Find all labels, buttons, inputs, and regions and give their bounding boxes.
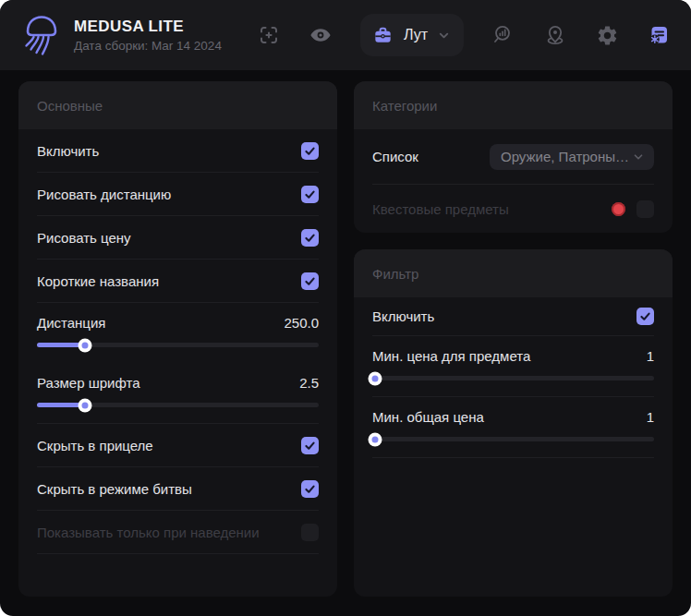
header-bar: MEDUSA LITE Дата сборки: Mar 14 2024 bbox=[0, 0, 691, 70]
short-names-checkbox[interactable] bbox=[301, 272, 319, 290]
quest-items-row: Квестовые предметы bbox=[372, 185, 654, 233]
right-column: Категории Список Оружие, Патроны, ... Кв… bbox=[354, 81, 673, 597]
app-window: MEDUSA LITE Дата сборки: Mar 14 2024 bbox=[0, 0, 691, 616]
draw-price-checkbox[interactable] bbox=[301, 229, 319, 247]
quests-list-icon[interactable] bbox=[647, 23, 671, 47]
loot-dropdown-value: Лут bbox=[404, 27, 428, 43]
setting-label: Включить bbox=[37, 143, 99, 159]
panel-filter-title: Фильтр bbox=[354, 249, 673, 297]
category-list-row: Список Оружие, Патроны, ... bbox=[372, 129, 654, 185]
slider-label: Мин. цена для предмета bbox=[372, 348, 530, 364]
left-column: Основные Включить Рисовать дистанцию bbox=[18, 81, 337, 597]
category-list-select-value: Оружие, Патроны, ... bbox=[501, 149, 632, 164]
header-actions: Лут bbox=[257, 14, 671, 56]
hide-in-scope-checkbox[interactable] bbox=[301, 437, 319, 454]
slider-label: Мин. общая цена bbox=[372, 409, 484, 425]
jellyfish-logo bbox=[20, 12, 63, 58]
slider-label: Дистанция bbox=[37, 315, 105, 331]
location-pin-icon[interactable] bbox=[543, 23, 567, 47]
content-area: Основные Включить Рисовать дистанцию bbox=[0, 70, 691, 616]
chevron-down-icon bbox=[632, 151, 645, 163]
font-size-slider[interactable] bbox=[37, 403, 319, 407]
setting-label: Рисовать дистанцию bbox=[37, 187, 171, 202]
quest-items-checkbox[interactable] bbox=[636, 200, 654, 218]
panel-filter-body: Включить Мин. цена для предмета 1 bbox=[354, 297, 673, 458]
setting-label: Короткие названия bbox=[37, 273, 159, 289]
build-date-subtitle: Дата сборки: Mar 14 2024 bbox=[74, 39, 222, 53]
show-on-hover-checkbox[interactable] bbox=[301, 524, 319, 541]
category-list-select[interactable]: Оружие, Патроны, ... bbox=[490, 144, 654, 170]
slider-value: 250.0 bbox=[284, 315, 319, 331]
min-item-price-slider[interactable] bbox=[372, 376, 654, 380]
setting-row-show-on-hover: Показывать только при наведении bbox=[37, 511, 319, 554]
min-total-price-slider-group: Мин. общая цена 1 bbox=[372, 397, 654, 458]
setting-label: Показывать только при наведении bbox=[37, 525, 260, 540]
scan-icon[interactable] bbox=[257, 23, 281, 47]
distance-slider-group: Дистанция 250.0 bbox=[37, 303, 319, 363]
enable-checkbox[interactable] bbox=[301, 142, 319, 160]
filter-enable-checkbox[interactable] bbox=[636, 308, 654, 325]
panel-main-title: Основные bbox=[18, 81, 337, 129]
setting-row-draw-price: Рисовать цену bbox=[37, 216, 319, 260]
search-stats-icon[interactable] bbox=[491, 23, 515, 47]
min-total-price-slider[interactable] bbox=[372, 437, 654, 441]
slider-label: Размер шрифта bbox=[37, 375, 140, 391]
min-item-price-slider-thumb[interactable] bbox=[369, 371, 382, 385]
font-size-slider-thumb[interactable] bbox=[78, 398, 91, 412]
panel-main: Основные Включить Рисовать дистанцию bbox=[18, 81, 337, 597]
panel-filter: Фильтр Включить Мин. цена для предмета 1 bbox=[354, 249, 673, 597]
slider-value: 1 bbox=[647, 409, 654, 425]
gear-icon[interactable] bbox=[595, 23, 619, 47]
setting-row-draw-distance: Рисовать дистанцию bbox=[37, 173, 319, 216]
setting-row-enable: Включить bbox=[37, 129, 319, 173]
distance-slider[interactable] bbox=[37, 343, 319, 347]
slider-value: 1 bbox=[647, 348, 654, 364]
app-title: MEDUSA LITE bbox=[74, 18, 222, 36]
draw-distance-checkbox[interactable] bbox=[301, 186, 319, 203]
setting-label: Скрыть в режиме битвы bbox=[37, 481, 192, 497]
filter-enable-row: Включить bbox=[372, 297, 654, 336]
panel-main-body: Включить Рисовать дистанцию Рисовать цен… bbox=[18, 129, 337, 554]
loot-dropdown-button[interactable]: Лут bbox=[360, 14, 464, 56]
briefcase-icon bbox=[371, 24, 394, 47]
quest-items-label: Квестовые предметы bbox=[372, 201, 509, 217]
setting-label: Скрыть в прицеле bbox=[37, 438, 153, 453]
setting-row-hide-in-battle: Скрыть в режиме битвы bbox=[37, 467, 319, 511]
title-block: MEDUSA LITE Дата сборки: Mar 14 2024 bbox=[74, 18, 222, 53]
quest-color-swatch[interactable] bbox=[612, 202, 625, 216]
min-item-price-slider-group: Мин. цена для предмета 1 bbox=[372, 336, 654, 397]
hide-in-battle-checkbox[interactable] bbox=[301, 480, 319, 498]
panel-categories: Категории Список Оружие, Патроны, ... Кв… bbox=[354, 81, 673, 233]
setting-row-short-names: Короткие названия bbox=[37, 260, 319, 303]
eye-icon[interactable] bbox=[309, 23, 333, 47]
chevron-down-icon bbox=[437, 29, 451, 42]
filter-enable-label: Включить bbox=[372, 308, 434, 324]
category-list-label: Список bbox=[372, 149, 418, 164]
slider-value: 2.5 bbox=[299, 375, 319, 391]
distance-slider-thumb[interactable] bbox=[78, 338, 91, 352]
setting-row-hide-in-scope: Скрыть в прицеле bbox=[37, 424, 319, 467]
setting-label: Рисовать цену bbox=[37, 230, 131, 246]
quest-items-controls bbox=[612, 200, 654, 218]
panel-categories-body: Список Оружие, Патроны, ... Квестовые пр… bbox=[354, 129, 673, 233]
font-size-slider-group: Размер шрифта 2.5 bbox=[37, 363, 319, 424]
panel-categories-title: Категории bbox=[354, 81, 673, 129]
min-total-price-slider-thumb[interactable] bbox=[369, 432, 382, 446]
